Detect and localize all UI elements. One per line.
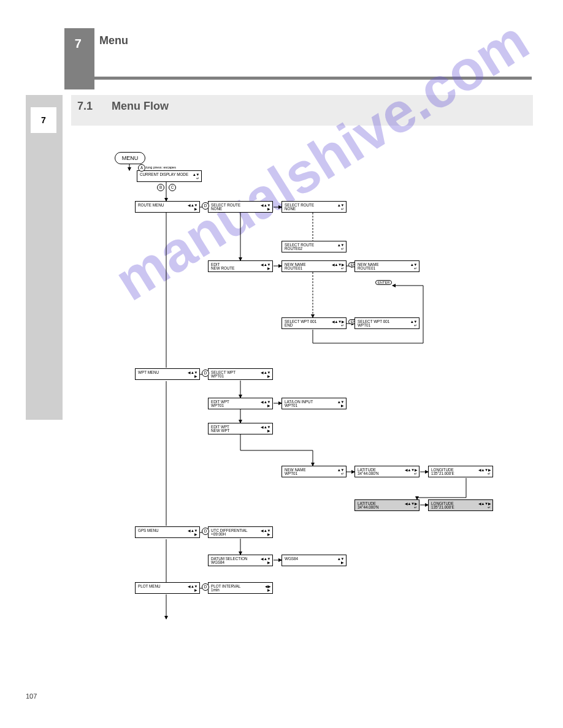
right-icon: ▶: [194, 207, 197, 211]
box-line2: WPT01: [211, 403, 264, 408]
menu-button: MENU: [115, 152, 145, 164]
box-line2: 34°44.000'N: [358, 505, 410, 509]
box-line2: +09:00H: [211, 532, 264, 536]
box-line1: CURRENT DISPLAY MODE: [140, 172, 193, 176]
box-select-wpt-num: SELECT WPT 001 WPT01 ▲▼ ↵: [354, 317, 419, 329]
box-line2: ROUTE01: [285, 266, 337, 270]
enter-icon: ↵: [488, 471, 491, 476]
box-select-route-alt: SELECT ROUTE ROUTE02 ▲▼ ↵: [282, 241, 347, 252]
box-latlon-input: LAT/LON INPUT WPT01 ▲▼ ▶: [282, 398, 347, 409]
box-line2: NONE: [211, 207, 264, 211]
box-line2: WPT01: [358, 323, 410, 327]
box-line2: NONE: [285, 207, 337, 211]
box-line2: ROUTE01: [358, 266, 410, 270]
box-line2: 1min: [211, 588, 264, 592]
enter-icon: ↵: [196, 176, 199, 180]
box-line2: 135°21.000'E: [431, 471, 484, 476]
box-line2: WGS84: [211, 560, 264, 564]
right-icon: ▶: [267, 403, 270, 408]
enter-icon: ↵: [341, 246, 344, 251]
box-edit-new-route: EDIT NEW ROUTE ◀▲▼ ▶: [208, 260, 273, 272]
right-icon: ▶: [194, 374, 197, 378]
box-new-name-route: NEW NAME ROUTE01 ◀▲▼▶ ↵: [282, 260, 347, 272]
circled-marker-d: D: [202, 202, 209, 210]
right-icon: ▶: [267, 560, 270, 564]
box-line2: 135°21.000'E: [431, 505, 484, 509]
box-line2: END: [285, 323, 337, 327]
box-wgs84: WGS84 ▲▼ ▶: [282, 555, 347, 566]
enter-icon: ↵: [341, 471, 344, 476]
page-number: 107: [26, 692, 37, 700]
right-icon: ▶: [267, 428, 270, 433]
box-select-wpt-end: SELECT WPT 001 END ◀▲▼▶ ↵: [282, 317, 347, 329]
right-icon: ▶: [267, 588, 270, 592]
box-select-wpt: SELECT WPT WPT01 ◀▲▼ ▶: [208, 368, 273, 380]
box-line2: 34°44.000'N: [358, 471, 410, 476]
enter-icon: ↵: [414, 505, 417, 509]
enter-icon: ↵: [488, 505, 491, 509]
flow-connectors: [0, 0, 563, 728]
box-line1: ROUTE MENU: [138, 203, 191, 207]
enter-icon: ↵: [414, 471, 417, 476]
enter-icon: ↵: [341, 323, 344, 327]
box-line2: WPT01: [285, 471, 337, 476]
box-new-wpt-name: NEW NAME WPT01 ▲▼ ↵: [282, 466, 347, 477]
box-line2: ROUTE02: [285, 246, 337, 251]
box-longitude-2-shaded: LONGITUDE 135°21.000'E ◀▲▼▶ ↵: [428, 499, 493, 511]
circled-marker-d3: D: [202, 528, 209, 535]
box-latitude-2-shaded: LATITUDE 34°44.000'N ◀▲▼▶ ↵: [354, 499, 419, 511]
box-datum-select: DATUM SELECTION WGS84 ◀▲▼ ▶: [208, 555, 273, 566]
circled-marker-b: B: [157, 184, 164, 191]
box-line2: WPT01: [285, 403, 337, 408]
box-plot-interval: PLOT INTERVAL 1min ◀▶ ▶: [208, 582, 273, 594]
box-edit-wpt: EDIT WPT WPT01 ◀▲▼ ▶: [208, 398, 273, 409]
enter-icon: ↵: [341, 266, 344, 270]
enter-icon: ↵: [414, 323, 417, 327]
circled-marker-a: A: [138, 164, 145, 172]
box-latitude-1: LATITUDE 34°44.000'N ◀▲▼▶ ↵: [354, 466, 419, 477]
box-utc-diff: UTC DIFFERENTIAL +09:00H ◀▲▼ ▶: [208, 526, 273, 538]
box-plot-menu: PLOT MENU ◀▲▼ ▶: [135, 582, 200, 594]
right-icon: ▶: [267, 266, 270, 270]
box-edit-new-wpt: EDIT WPT NEW WPT ◀▲▼ ▶: [208, 423, 273, 434]
box-line1: PLOT MENU: [138, 584, 191, 588]
enter-icon: ↵: [414, 266, 417, 270]
right-icon: ▶: [194, 532, 197, 536]
box-wpt-menu: WPT MENU ◀▲▼ ▶: [135, 368, 200, 380]
box-route-menu: ROUTE MENU ◀▲▼ ▶: [135, 201, 200, 213]
box-line2: NEW ROUTE: [211, 266, 264, 270]
box-new-name-confirm: NEW NAME ROUTE01 ▲▼ ↵: [354, 260, 419, 272]
page-root: 7 Menu 7 7.1 Menu Flow manualshive.com: [0, 0, 563, 728]
circled-marker-c: C: [169, 184, 176, 191]
box-line1: GPS MENU: [138, 528, 191, 533]
right-icon: ▶: [341, 403, 344, 408]
enter-pill-2: ENTER: [375, 280, 392, 285]
circled-marker-d4: D: [202, 583, 209, 591]
flowchart: MENU CURRENT DISPLAY MODE ▲▼ ↵ long pres…: [0, 0, 563, 728]
right-icon: ▶: [267, 374, 270, 378]
box-line1: WGS84: [285, 556, 337, 561]
box-select-route-2: SELECT ROUTE NONE ▲▼ ↵: [282, 201, 347, 213]
box-line2: NEW WPT: [211, 428, 264, 433]
right-icon: ▶: [194, 588, 197, 592]
box-line1: WPT MENU: [138, 370, 191, 374]
enter-icon: ↵: [341, 207, 344, 211]
box-line2: WPT01: [211, 374, 264, 378]
escape-hint: long press: escapes: [146, 165, 176, 169]
box-longitude-1: LONGITUDE 135°21.000'E ◀▲▼▶ ↵: [428, 466, 493, 477]
right-icon: ▶: [267, 532, 270, 536]
right-icon: ▶: [341, 560, 344, 564]
box-current-display: CURRENT DISPLAY MODE ▲▼ ↵: [137, 170, 202, 182]
box-gps-menu: GPS MENU ◀▲▼ ▶: [135, 526, 200, 538]
box-select-route-1: SELECT ROUTE NONE ◀▲▼ ▶: [208, 201, 273, 213]
right-icon: ▶: [267, 207, 270, 211]
circled-marker-d2: D: [202, 370, 209, 377]
